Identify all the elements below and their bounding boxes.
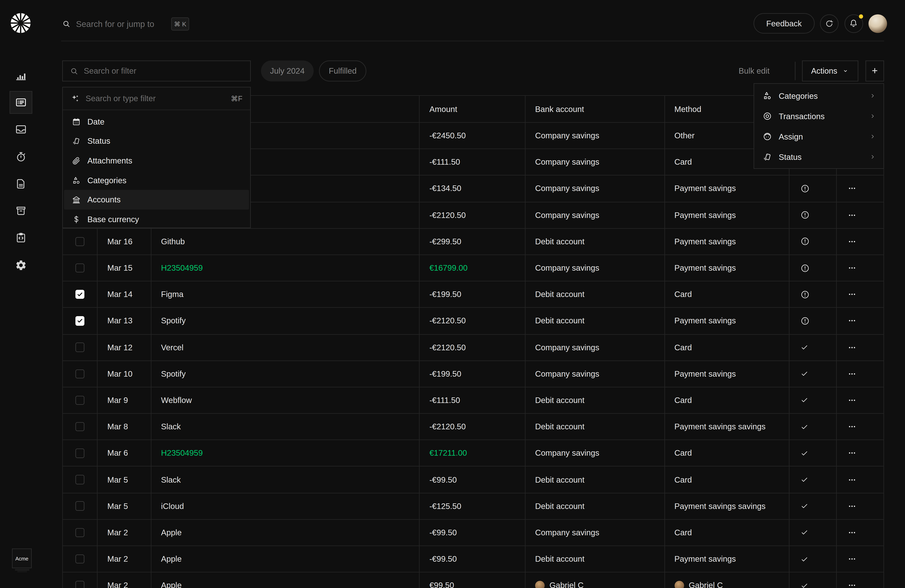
- team-switcher[interactable]: Acme: [12, 548, 32, 568]
- actions-menu-item-status[interactable]: Status: [754, 147, 883, 167]
- row-checkbox[interactable]: [75, 475, 85, 485]
- sidebar-item-settings[interactable]: [0, 251, 61, 279]
- actions-menu-item-assign[interactable]: Assign: [754, 126, 883, 147]
- table-row[interactable]: Mar 2Apple-€99.50Debit accountPayment sa…: [63, 546, 883, 573]
- filter-dropdown-input[interactable]: [86, 94, 225, 103]
- filter-menu-item-categories[interactable]: Categories: [64, 170, 249, 190]
- table-row[interactable]: Mar 15H23504959€16799.00Company savingsP…: [63, 255, 883, 281]
- description-cell[interactable]: Spotify: [151, 361, 420, 387]
- actions-menu-item-categories[interactable]: Categories: [754, 86, 883, 106]
- row-checkbox[interactable]: [75, 237, 85, 246]
- description-cell[interactable]: Slack: [151, 467, 420, 493]
- filter-menu-item-date[interactable]: Date: [64, 112, 249, 132]
- table-row[interactable]: Mar 6H23504959€17211.00Company savingsCa…: [63, 440, 883, 467]
- ellipsis-icon[interactable]: [848, 581, 857, 588]
- table-filter-input[interactable]: [84, 67, 216, 75]
- global-search[interactable]: ⌘K: [62, 16, 189, 32]
- ellipsis-icon[interactable]: [848, 369, 857, 378]
- table-row[interactable]: Mar 16Github-€299.50Debit accountPayment…: [63, 229, 883, 255]
- filter-dropdown-search[interactable]: ⌘F: [63, 87, 250, 110]
- ellipsis-icon[interactable]: [848, 528, 857, 537]
- filter-menu-item-base-currency[interactable]: Base currency: [64, 210, 249, 229]
- table-row[interactable]: Mar 2Apple-€99.50Company savingsCard: [63, 520, 883, 546]
- filter-pill-july-2024[interactable]: July 2024: [261, 60, 314, 81]
- table-filter-search[interactable]: [62, 60, 251, 81]
- bank-account-header-cell[interactable]: Bank account: [526, 96, 665, 122]
- bulk-edit-button[interactable]: Bulk edit: [738, 60, 770, 81]
- ellipsis-icon[interactable]: [848, 396, 857, 405]
- actions-button[interactable]: Actions: [802, 60, 858, 81]
- row-checkbox[interactable]: [75, 343, 85, 352]
- sidebar-item-vault[interactable]: [0, 197, 61, 224]
- ellipsis-icon[interactable]: [848, 316, 857, 325]
- row-checkbox[interactable]: [75, 581, 85, 588]
- ellipsis-icon[interactable]: [848, 502, 857, 510]
- row-checkbox[interactable]: [75, 290, 85, 299]
- ellipsis-icon[interactable]: [848, 475, 857, 484]
- sidebar-item-tracker[interactable]: [0, 143, 61, 170]
- filter-pill-fulfilled[interactable]: Fulfilled: [319, 60, 366, 81]
- filter-menu-item-attachments[interactable]: Attachments: [64, 151, 249, 171]
- sidebar-item-inbox[interactable]: [0, 116, 61, 143]
- sidebar-item-apps[interactable]: [0, 224, 61, 251]
- row-checkbox[interactable]: [75, 369, 85, 379]
- ellipsis-icon[interactable]: [848, 343, 857, 352]
- ellipsis-icon[interactable]: [848, 184, 857, 193]
- description-cell[interactable]: Apple: [151, 520, 420, 545]
- check-icon: [800, 475, 808, 484]
- table-row[interactable]: Mar 5Slack-€99.50Debit accountCard: [63, 467, 883, 493]
- table-row[interactable]: Mar 14Figma-€199.50Debit accountCard: [63, 281, 883, 308]
- filter-menu-item-status[interactable]: Status: [64, 132, 249, 151]
- filter-menu-item-accounts[interactable]: Accounts: [64, 190, 249, 210]
- table-row[interactable]: Mar 13Spotify-€2120.50Debit accountPayme…: [63, 308, 883, 335]
- refresh-button[interactable]: [820, 14, 838, 33]
- description-cell[interactable]: H23504959: [151, 255, 420, 281]
- sidebar-item-overview[interactable]: [0, 62, 61, 89]
- add-transaction-button[interactable]: +: [865, 60, 884, 81]
- ellipsis-icon[interactable]: [848, 264, 857, 272]
- row-checkbox[interactable]: [75, 396, 85, 405]
- table-row[interactable]: Mar 10Spotify-€199.50Company savingsPaym…: [63, 361, 883, 388]
- ellipsis-icon[interactable]: [848, 422, 857, 431]
- feedback-button[interactable]: Feedback: [754, 13, 814, 33]
- ellipsis-icon[interactable]: [848, 290, 857, 299]
- row-checkbox[interactable]: [75, 501, 85, 511]
- table-row[interactable]: Mar 8Slack-€2120.50Debit accountPayment …: [63, 414, 883, 440]
- table-row[interactable]: Mar 2Apple€99.50Gabriel CGabriel C: [63, 573, 883, 588]
- sidebar-item-invoices[interactable]: [0, 170, 61, 197]
- table-row[interactable]: Mar 9Webflow-€111.50Debit accountCard: [63, 388, 883, 414]
- description-cell[interactable]: Apple: [151, 546, 420, 572]
- amount-header-cell[interactable]: Amount: [420, 96, 526, 122]
- description-cell[interactable]: Github: [151, 229, 420, 254]
- ellipsis-icon[interactable]: [848, 211, 857, 219]
- ellipsis-icon[interactable]: [848, 237, 857, 246]
- global-search-input[interactable]: [76, 19, 166, 29]
- actions-menu-item-transactions[interactable]: Transactions: [754, 106, 883, 126]
- row-checkbox[interactable]: [75, 263, 85, 273]
- ellipsis-icon[interactable]: [848, 555, 857, 563]
- ellipsis-icon[interactable]: [848, 449, 857, 458]
- alert-circle-icon: [800, 237, 810, 246]
- row-checkbox[interactable]: [75, 448, 85, 458]
- row-checkbox[interactable]: [75, 528, 85, 537]
- notifications-button[interactable]: [844, 14, 863, 33]
- row-checkbox[interactable]: [75, 422, 85, 432]
- description-cell[interactable]: H23504959: [151, 440, 420, 466]
- sidebar-item-transactions[interactable]: [0, 89, 61, 116]
- row-checkbox[interactable]: [75, 555, 85, 564]
- table-row[interactable]: Mar 5iCloud-€125.50Debit accountPayment …: [63, 493, 883, 520]
- user-avatar[interactable]: [868, 14, 887, 33]
- description-cell[interactable]: Slack: [151, 414, 420, 440]
- date-cell: Mar 6: [98, 440, 151, 466]
- row-checkbox[interactable]: [75, 316, 85, 326]
- row-menu-cell: [837, 202, 884, 228]
- description-cell[interactable]: Webflow: [151, 388, 420, 413]
- bank-account-cell: Debit account: [526, 308, 665, 334]
- table-row[interactable]: Mar 12Vercel-€2120.50Company savingsCard: [63, 335, 883, 361]
- description-cell[interactable]: Spotify: [151, 308, 420, 334]
- app-logo[interactable]: [10, 13, 31, 33]
- description-cell[interactable]: Apple: [151, 573, 420, 588]
- description-cell[interactable]: Vercel: [151, 335, 420, 361]
- description-cell[interactable]: iCloud: [151, 493, 420, 519]
- description-cell[interactable]: Figma: [151, 281, 420, 307]
